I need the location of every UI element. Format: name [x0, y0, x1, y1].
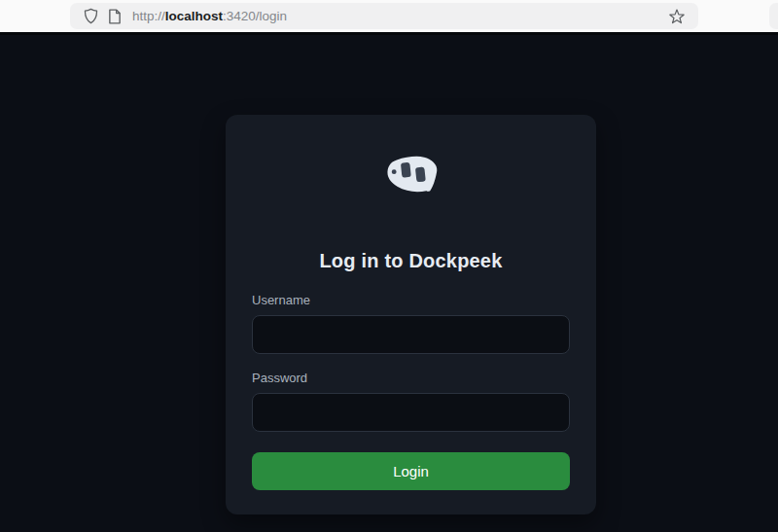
login-page: Log in to Dockpeek Username Password Log… [0, 35, 778, 532]
url-scheme: http:// [132, 9, 165, 23]
star-icon[interactable] [668, 8, 686, 25]
url-host: localhost [165, 9, 223, 23]
browser-toolbar: http://localhost:3420/login [0, 0, 778, 32]
toolbar-overflow-button[interactable] [769, 3, 778, 29]
login-button[interactable]: Login [252, 452, 570, 490]
login-card: Log in to Dockpeek Username Password Log… [226, 115, 596, 514]
password-input[interactable] [252, 393, 570, 432]
login-form: Username Password Login [252, 293, 570, 490]
username-label: Username [252, 293, 570, 308]
page-icon[interactable] [108, 9, 122, 24]
password-label: Password [252, 371, 570, 386]
url-bar[interactable]: http://localhost:3420/login [70, 3, 698, 29]
shield-icon[interactable] [83, 8, 99, 24]
url-text[interactable]: http://localhost:3420/login [132, 9, 287, 23]
page-title: Log in to Dockpeek [252, 248, 570, 273]
username-input[interactable] [252, 315, 570, 354]
url-path: :3420/login [223, 9, 287, 23]
dockpeek-logo-icon [252, 152, 570, 195]
